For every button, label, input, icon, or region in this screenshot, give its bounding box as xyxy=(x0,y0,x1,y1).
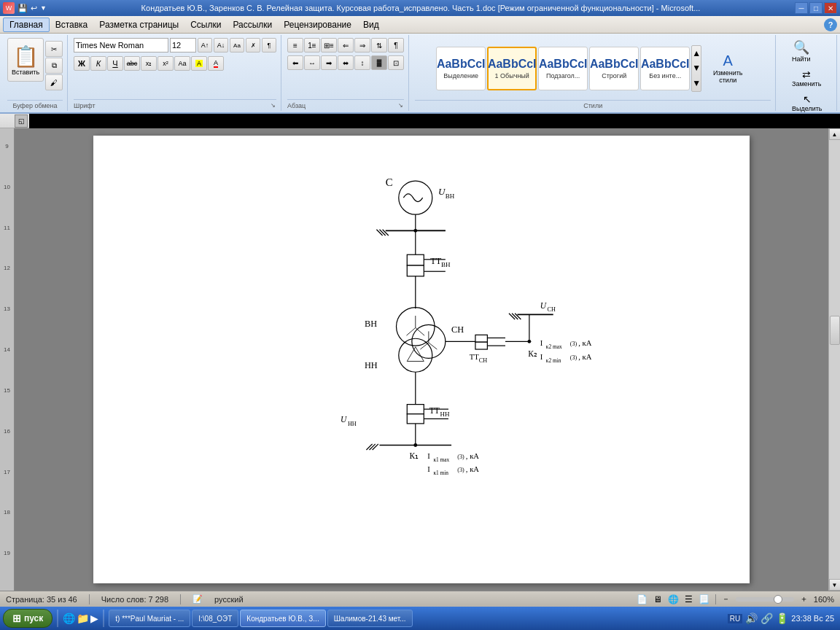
font-color-button[interactable]: А xyxy=(208,56,224,71)
label-C: С xyxy=(386,176,393,188)
taskbar-sep2 xyxy=(103,610,104,627)
style-preview: AaBbCcI xyxy=(539,58,588,71)
view-draft-button[interactable]: 📃 xyxy=(699,594,709,604)
view-web-button[interactable]: 🌐 xyxy=(668,594,679,604)
list-number-button[interactable]: 1≡ xyxy=(304,38,320,52)
justify-button[interactable]: ⬌ xyxy=(338,55,354,70)
indent-increase-button[interactable]: ⇒ xyxy=(354,38,370,52)
ruler-corner[interactable]: ◱ xyxy=(15,114,28,128)
font-case-button[interactable]: Аа xyxy=(230,38,244,52)
taskbar-item[interactable]: Кондратьев Ю.В., З... xyxy=(240,610,325,627)
minimize-button[interactable]: ─ xyxy=(795,2,808,14)
highlight-button[interactable]: А xyxy=(191,56,207,71)
change-styles-button[interactable]: A Изменить стили xyxy=(706,52,750,84)
quick-access-dropdown[interactable]: ▼ xyxy=(40,4,47,12)
change-styles-icon: A xyxy=(723,52,733,69)
align-center-button[interactable]: ↔ xyxy=(304,55,320,70)
window-title: Кондратьев Ю.В., Заренков С. В. Релейная… xyxy=(47,4,795,12)
show-hide-button[interactable]: ¶ xyxy=(262,38,276,52)
copy-button[interactable]: ⧉ xyxy=(45,58,63,74)
bold-button[interactable]: Ж xyxy=(74,56,90,71)
tray-lang[interactable]: RU xyxy=(728,614,742,623)
scroll-down-button[interactable]: ▼ xyxy=(829,579,841,591)
align-right-button[interactable]: ➡ xyxy=(321,55,337,70)
clear-format2-button[interactable]: Аа xyxy=(174,56,190,71)
scroll-thumb[interactable] xyxy=(830,316,840,345)
font-grow-button[interactable]: A↑ xyxy=(198,38,212,52)
help-icon[interactable]: ? xyxy=(824,18,837,31)
superscript-button[interactable]: x² xyxy=(158,56,174,71)
maximize-button[interactable]: □ xyxy=(809,2,822,14)
taskbar-separator xyxy=(57,610,58,627)
label-ik1min: I xyxy=(427,464,430,473)
line-spacing-button[interactable]: ↕ xyxy=(354,55,370,70)
sn-gnd-2 xyxy=(512,314,518,319)
quick-access-save[interactable]: 💾 xyxy=(18,4,28,13)
format-painter-button[interactable]: 🖌 xyxy=(45,74,63,90)
tray-network-icon[interactable]: 🔗 xyxy=(761,612,773,624)
zoom-in-button[interactable]: ＋ xyxy=(800,594,808,604)
vertical-scrollbar[interactable]: ▲ ▼ xyxy=(828,128,840,591)
titlebar: W 💾 ↩ ▼ Кондратьев Ю.В., Заренков С. В. … xyxy=(0,0,840,16)
list-multilevel-button[interactable]: ⊞≡ xyxy=(321,38,337,52)
italic-button[interactable]: К xyxy=(90,56,106,71)
style-item-строгий[interactable]: AaBbCcIСтрогий xyxy=(589,47,639,90)
quick-access-undo[interactable]: ↩ xyxy=(31,4,37,13)
view-outline-button[interactable]: ☰ xyxy=(685,594,693,604)
taskbar-item[interactable]: Шалимов-21.43 мет... xyxy=(327,610,413,627)
menu-insert[interactable]: Вставка xyxy=(50,18,94,31)
find-button[interactable]: 🔍 Найти xyxy=(788,38,815,64)
styles-scroll-button[interactable]: ▲▼▼ xyxy=(691,45,701,92)
taskbar-ie-icon[interactable]: 🌐 xyxy=(63,612,75,624)
style-item-1-обычный[interactable]: AaBbCcI1 Обычный xyxy=(487,47,537,90)
taskbar-item[interactable]: I:\08_ОЭТ xyxy=(192,610,238,627)
spell-check-icon[interactable]: 📝 xyxy=(192,594,203,604)
clear-format-button[interactable]: ✗ xyxy=(246,38,260,52)
font-name-input[interactable] xyxy=(74,38,168,52)
style-item-выделение[interactable]: AaBbCcIВыделение xyxy=(436,47,486,90)
start-button[interactable]: ⊞ пуск xyxy=(3,609,52,628)
menu-mailings[interactable]: Рассылки xyxy=(227,18,278,31)
tray-power-icon[interactable]: 🔋 xyxy=(776,612,788,624)
border-button[interactable]: ⊡ xyxy=(388,55,404,70)
show-paragraph-button[interactable]: ¶ xyxy=(388,38,404,52)
font-size-input[interactable] xyxy=(170,38,196,52)
view-fullscreen-button[interactable]: 🖥 xyxy=(653,594,662,604)
menu-view[interactable]: Вид xyxy=(357,18,385,31)
font-expand-button[interactable]: ↘ xyxy=(270,101,276,109)
cut-button[interactable]: ✂ xyxy=(45,41,63,57)
list-bullet-button[interactable]: ≡ xyxy=(287,38,303,52)
select-button[interactable]: ↖ Выделить xyxy=(788,92,827,114)
paragraph-expand-button[interactable]: ↘ xyxy=(397,101,404,109)
subscript-button[interactable]: x₂ xyxy=(141,56,157,71)
sort-button[interactable]: ⇅ xyxy=(371,38,387,52)
align-left-button[interactable]: ⬅ xyxy=(287,55,303,70)
scroll-up-button[interactable]: ▲ xyxy=(829,128,841,140)
document-area[interactable]: С U ВН xyxy=(15,128,828,591)
taskbar-item[interactable]: t) ***Paul Mauriat - ... xyxy=(109,610,190,627)
zoom-slider[interactable] xyxy=(736,597,794,602)
menu-page-layout[interactable]: Разметка страницы xyxy=(93,18,184,31)
taskbar-folder-icon[interactable]: 📁 xyxy=(77,612,89,624)
menu-review[interactable]: Рецензирование xyxy=(278,18,357,31)
replace-button[interactable]: ⇄ Заменить xyxy=(788,67,825,89)
label-ik1min-sub: к1 min xyxy=(433,470,448,476)
menu-references[interactable]: Ссылки xyxy=(184,18,227,31)
paste-button[interactable]: 📋 Вставить xyxy=(7,38,44,82)
taskbar-player-icon[interactable]: ▶ xyxy=(90,612,98,624)
tray-speaker-icon[interactable]: 🔊 xyxy=(745,612,758,624)
ctnn-secondary xyxy=(407,414,424,424)
strikethrough-button[interactable]: abc xyxy=(124,56,140,71)
shading-button[interactable]: ▓ xyxy=(371,55,387,70)
menu-home[interactable]: Главная xyxy=(3,18,50,32)
font-shrink-button[interactable]: A↓ xyxy=(214,38,228,52)
close-button[interactable]: ✕ xyxy=(824,2,837,14)
underline-button[interactable]: Ч xyxy=(107,56,123,71)
scroll-track[interactable] xyxy=(829,140,840,579)
view-print-button[interactable]: 📄 xyxy=(637,594,648,604)
style-preview: AaBbCcI xyxy=(437,58,486,71)
indent-decrease-button[interactable]: ⇐ xyxy=(338,38,354,52)
style-item-подзагол...[interactable]: AaBbCcIПодзагол... xyxy=(538,47,588,90)
style-item-без-инте...[interactable]: AaBbCcIБез инте... xyxy=(640,47,690,90)
zoom-out-button[interactable]: － xyxy=(722,594,730,604)
